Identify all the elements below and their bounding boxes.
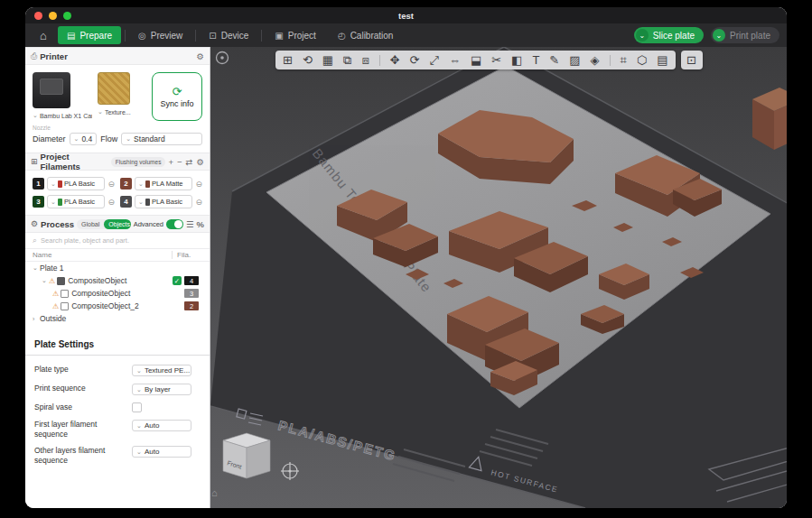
tree-row-composite-child-2[interactable]: ⚠ CompositeObject_2 2	[25, 300, 210, 312]
scope-objects[interactable]: Objects	[104, 219, 130, 229]
object-search[interactable]: ⌕	[25, 233, 210, 249]
tree-row-plate[interactable]: ⌄ Plate 1	[25, 262, 210, 274]
tab-device[interactable]: ⊡ Device	[200, 26, 257, 44]
chevron-down-icon: ⌄	[138, 199, 144, 206]
filament-slot-2: 2 ⌄ PLA Matte ⊖	[120, 177, 202, 190]
filament-edit-icon[interactable]: ⊖	[107, 198, 115, 207]
color-painting-icon[interactable]: ✎	[549, 54, 559, 66]
first-layer-sequence-select[interactable]: ⌄ Auto	[132, 420, 191, 431]
text-tool-icon[interactable]: T	[532, 54, 539, 66]
plate-name: Texture...	[105, 109, 131, 116]
warning-icon: ⚠	[52, 302, 59, 310]
advanced-toggle[interactable]	[166, 219, 183, 229]
home-view-icon[interactable]: ⌂	[211, 487, 218, 498]
printer-settings-icon[interactable]: ⚙	[196, 51, 204, 61]
filament-edit-icon[interactable]: ⊖	[195, 180, 202, 189]
filament-index-badge[interactable]: 3	[33, 196, 44, 208]
tree-row-outside[interactable]: › Outside	[25, 312, 210, 325]
tree-row-composite-child-1[interactable]: ⚠ CompositeObject 3	[25, 287, 210, 300]
scale-icon[interactable]: ⤢	[430, 54, 439, 66]
home-button[interactable]: ⌂	[33, 26, 54, 44]
filament-badge[interactable]: 4	[184, 276, 199, 285]
flushing-ratio-icon[interactable]: %	[197, 219, 204, 229]
orientation-cube[interactable]: Front	[223, 433, 270, 478]
titlebar[interactable]: test	[25, 7, 787, 23]
print-dropdown-icon[interactable]: ⌄	[713, 29, 725, 42]
tab-project-label: Project	[288, 31, 316, 41]
move-icon[interactable]: ✥	[390, 54, 400, 66]
tab-prepare[interactable]: ▤ Prepare	[58, 26, 121, 44]
search-input[interactable]	[41, 236, 202, 245]
filament-edit-icon[interactable]: ⊖	[107, 180, 115, 189]
filament-edit-icon[interactable]: ⊖	[195, 198, 202, 207]
printer-name-select[interactable]: ⌄ Bambu Lab X1 Carbon	[33, 112, 92, 119]
minimize-button[interactable]	[49, 12, 57, 20]
scope-global[interactable]: Global	[77, 219, 104, 229]
filament-badge[interactable]: 2	[184, 301, 199, 310]
tree-row-composite-parent[interactable]: ⌄ ⚠ CompositeObject ✓ 4	[25, 274, 210, 287]
filament-slot-1: 1 ⌄ PLA Basic ⊖	[33, 177, 115, 190]
close-button[interactable]	[34, 12, 42, 20]
sync-info-label: Sync info	[160, 99, 193, 108]
sync-info-button[interactable]: ⟳ Sync info	[152, 72, 202, 121]
warning-icon: ⚠	[49, 277, 55, 285]
mirror-icon[interactable]: ⇔	[449, 54, 461, 66]
plate-type-select[interactable]: ⌄ Textured PE...	[132, 365, 191, 376]
other-layers-sequence-select[interactable]: ⌄ Auto	[132, 446, 191, 458]
flushing-volumes-button[interactable]: Flushing volumes	[111, 157, 166, 167]
fill-color-icon[interactable]: ◧	[511, 54, 522, 66]
plate-type-mini-select[interactable]: ⌄ Texture...	[98, 108, 131, 116]
nozzle-label: Nozzle	[25, 125, 210, 131]
filament-name: PLA Matte	[152, 180, 183, 188]
lay-on-face-icon[interactable]: ⬓	[471, 54, 481, 66]
tab-preview[interactable]: ◎ Preview	[129, 26, 191, 44]
filament-settings-icon[interactable]: ⚙	[196, 157, 204, 167]
filament-select-2[interactable]: ⌄ PLA Matte	[135, 177, 192, 190]
rotate-icon[interactable]: ⟳	[410, 54, 420, 66]
spiral-vase-checkbox[interactable]	[132, 402, 142, 412]
process-list-icon[interactable]: ☰	[186, 219, 194, 229]
assembly-view-icon[interactable]: ⬡	[637, 54, 647, 66]
expander-icon[interactable]: ›	[33, 316, 40, 322]
toolbar-separator	[379, 55, 380, 66]
sync-filament-icon[interactable]: ⇄	[186, 157, 193, 167]
maximize-button[interactable]	[63, 12, 71, 20]
filament-select-3[interactable]: ⌄ PLA Basic	[47, 195, 105, 208]
split-to-objects-icon[interactable]: ⧉	[343, 54, 351, 66]
print-plate-button[interactable]: ⌄ Print plate	[711, 27, 779, 43]
print-enable-checkbox[interactable]: ✓	[173, 276, 182, 285]
chevron-down-icon: ⌄	[33, 112, 38, 119]
variable-layer-height-icon[interactable]: ▤	[657, 54, 667, 66]
seam-painting-icon[interactable]: ◈	[591, 54, 600, 66]
arrange-icon[interactable]: ▦	[322, 54, 333, 66]
filament-index-badge[interactable]: 2	[120, 178, 132, 190]
add-plate-icon[interactable]: ⊞	[283, 54, 293, 66]
remove-filament-icon[interactable]: −	[177, 157, 182, 167]
filament-index-badge[interactable]: 4	[120, 196, 132, 208]
print-sequence-select[interactable]: ⌄ By layer	[132, 384, 191, 395]
cut-icon[interactable]: ✂	[491, 54, 501, 66]
slice-plate-button[interactable]: ⌄ Slice plate	[634, 27, 704, 43]
viewport-3d[interactable]: PLA/ABS/PETG HOT SURFACE	[210, 47, 787, 508]
split-to-parts-icon[interactable]: ⧈	[361, 54, 369, 66]
add-filament-icon[interactable]: +	[168, 157, 173, 167]
filament-index-badge[interactable]: 1	[33, 178, 44, 190]
tab-calibration[interactable]: ◴ Calibration	[329, 26, 403, 44]
support-painting-icon[interactable]: ▨	[569, 54, 580, 66]
diameter-select[interactable]: ⌄ 0.4	[70, 133, 98, 145]
expander-icon[interactable]: ⌄	[42, 277, 49, 284]
printer-image	[33, 72, 70, 108]
expander-icon[interactable]: ⌄	[33, 264, 40, 272]
filament-color-chip	[145, 199, 150, 206]
filament-badge[interactable]: 3	[184, 289, 199, 298]
filament-select-1[interactable]: ⌄ PLA Basic	[47, 177, 105, 190]
tab-project[interactable]: ▣ Project	[266, 26, 325, 44]
filament-select-4[interactable]: ⌄ PLA Basic	[135, 195, 192, 208]
flow-select[interactable]: ⌄ Standard	[121, 133, 202, 145]
split-view-icon[interactable]: ⊡	[681, 51, 703, 69]
slice-dropdown-icon[interactable]: ⌄	[636, 29, 649, 42]
auto-orient-icon[interactable]: ⟲	[303, 54, 313, 66]
tab-separator	[195, 30, 196, 42]
scope-toggle[interactable]: Global Objects	[77, 219, 131, 229]
measure-icon[interactable]: ⌗	[621, 54, 627, 66]
